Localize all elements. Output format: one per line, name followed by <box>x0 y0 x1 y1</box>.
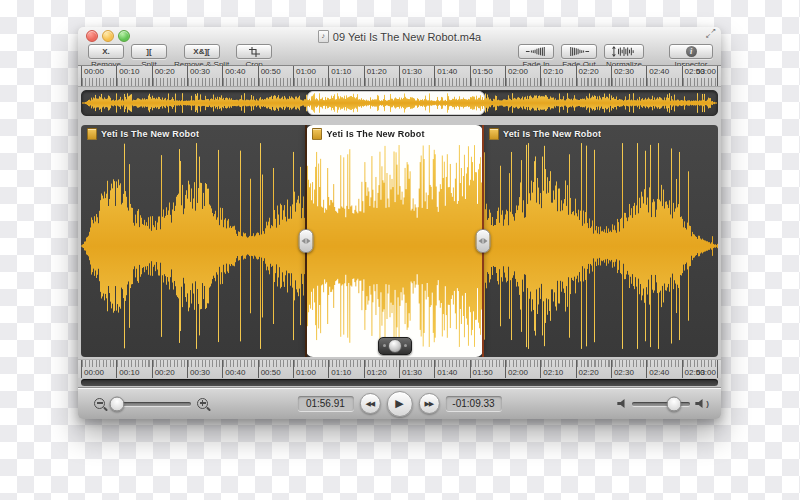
handle-left-arrow-icon <box>302 238 306 244</box>
toolbar: X. Remove ][ Split X&][ Remove & Split <box>78 43 721 66</box>
ruler-segment: 02:40 <box>646 360 681 378</box>
timeline-ruler-bottom[interactable]: 00:0000:1000:2000:3000:4000:5001:0001:10… <box>78 359 721 378</box>
overview-waveform <box>82 93 717 113</box>
ruler-segment: 00:10 <box>116 66 151 86</box>
close-button[interactable] <box>86 30 98 42</box>
ruler-segment: 00:00 <box>81 66 116 86</box>
rewind-button[interactable]: ◀◀ <box>359 393 380 414</box>
zoom-button[interactable] <box>118 30 130 42</box>
ruler-segment: 00:30 <box>187 360 222 378</box>
main-track: Yeti Is The New Robot Yeti Is The New Ro… <box>81 125 718 357</box>
fade-out-icon <box>568 46 590 57</box>
ruler-segment: 02:00 <box>505 360 540 378</box>
ruler-segment: 02:20 <box>576 360 611 378</box>
selection-handle-right[interactable] <box>475 229 490 253</box>
split-icon: ][ <box>146 47 151 56</box>
ruler-segment: 01:20 <box>364 66 399 86</box>
inspector-icon: i <box>686 46 697 57</box>
clip-section-1[interactable]: Yeti Is The New Robot <box>81 125 306 357</box>
ruler-segment: 00:40 <box>222 360 257 378</box>
fast-forward-icon: ▶▶ <box>424 400 433 408</box>
volume-slider[interactable] <box>632 402 690 406</box>
ruler-segment: 01:50 <box>470 360 505 378</box>
clip-section-2-selected[interactable]: Yeti Is The New Robot <box>306 125 482 357</box>
scroll-zone <box>78 378 721 387</box>
clip-1-title: Yeti Is The New Robot <box>101 129 199 139</box>
remove-icon: X. <box>102 47 110 56</box>
transparency-checkerboard: { "window": { "title": "09 Yeti Is The N… <box>0 0 800 500</box>
ruler-segment: 00:30 <box>187 66 222 86</box>
ruler-segment: 01:20 <box>364 360 399 378</box>
clip-3-header: Yeti Is The New Robot <box>483 125 718 141</box>
gain-ball-icon[interactable] <box>388 339 402 353</box>
clip-2-title: Yeti Is The New Robot <box>326 129 424 139</box>
audio-file-icon <box>489 128 499 140</box>
zoom-slider[interactable] <box>111 402 191 406</box>
clip-1-waveform[interactable] <box>81 141 306 351</box>
ruler-segment: 00:50 <box>258 66 293 86</box>
volume-low-icon[interactable] <box>617 399 627 408</box>
app-window: ♪ 09 Yeti Is The New Robot.m4a ↗ ↙ X. Re… <box>78 27 721 419</box>
waveform-overview[interactable] <box>81 90 718 116</box>
zoom-slider-knob[interactable] <box>110 396 125 411</box>
volume-high-wave-icon: ) <box>706 399 709 408</box>
ruler-segment: 02:10 <box>540 360 575 378</box>
rewind-icon: ◀◀ <box>365 400 374 408</box>
document-icon: ♪ <box>318 30 329 43</box>
ruler-segment: 00:20 <box>152 66 187 86</box>
minimize-button[interactable] <box>102 30 114 42</box>
ruler-segment: 00:20 <box>152 360 187 378</box>
ruler-segment: 01:00 <box>293 360 328 378</box>
fast-forward-button[interactable]: ▶▶ <box>418 393 439 414</box>
title-wrap: ♪ 09 Yeti Is The New Robot.m4a <box>318 30 481 43</box>
ruler-segment: 02:00 <box>505 66 540 86</box>
audio-file-icon <box>87 128 97 140</box>
ruler-segment: 01:40 <box>434 360 469 378</box>
fade-in-icon <box>525 46 547 57</box>
overview-zone <box>78 87 721 125</box>
crop-icon <box>249 47 260 57</box>
volume-high-icon[interactable] <box>695 399 705 408</box>
volume-slider-knob[interactable] <box>667 396 682 411</box>
selection-handle-left[interactable] <box>299 229 314 253</box>
handle-left-arrow-icon <box>478 238 482 244</box>
traffic-lights <box>86 30 130 42</box>
resize-icon[interactable]: ↗ ↙ <box>704 28 716 40</box>
elapsed-time-display: 01:56.91 <box>297 396 353 411</box>
handle-right-arrow-icon <box>307 238 311 244</box>
clip-2-waveform[interactable] <box>306 143 482 349</box>
ruler-segment: 02:40 <box>646 66 681 86</box>
remove-and-split-icon: X&][ <box>193 47 209 56</box>
window-title: 09 Yeti Is The New Robot.m4a <box>333 31 481 43</box>
ruler-segment: 00:00 <box>81 360 116 378</box>
clip-section-3[interactable]: Yeti Is The New Robot <box>483 125 718 357</box>
clip-3-title: Yeti Is The New Robot <box>503 129 601 139</box>
ruler-segment: 01:40 <box>434 66 469 86</box>
gain-dot-right <box>404 344 407 347</box>
remaining-time-display: -01:09.33 <box>445 396 501 411</box>
ruler-segment: 01:10 <box>328 66 363 86</box>
ruler-segment: 00:10 <box>116 360 151 378</box>
ruler-segment: 02:30 <box>611 66 646 86</box>
audio-file-icon <box>312 128 322 140</box>
ruler-segment: 02:20 <box>576 66 611 86</box>
playback-controls: 01:56.91 ◀◀ ▶ ▶▶ -01:09.33 <box>297 388 501 419</box>
volume-controls: ) <box>617 388 709 419</box>
zoom-controls <box>94 388 208 419</box>
transport-bar: 01:56.91 ◀◀ ▶ ▶▶ -01:09.33 ) <box>78 387 721 419</box>
timeline-ruler-top[interactable]: 00:0000:1000:2000:3000:4000:5001:0001:10… <box>78 66 721 87</box>
clip-1-header: Yeti Is The New Robot <box>81 125 306 141</box>
ruler-segment: 01:30 <box>399 66 434 86</box>
zoom-in-icon[interactable] <box>197 398 208 409</box>
clip-3-waveform[interactable] <box>483 141 718 351</box>
titlebar[interactable]: ♪ 09 Yeti Is The New Robot.m4a ↗ ↙ <box>78 27 721 43</box>
zoom-out-icon[interactable] <box>94 398 105 409</box>
horizontal-scrollbar[interactable] <box>81 379 718 386</box>
play-button[interactable]: ▶ <box>386 391 412 417</box>
play-icon: ▶ <box>395 397 403 410</box>
handle-right-arrow-icon <box>483 238 487 244</box>
main-zone: Yeti Is The New Robot Yeti Is The New Ro… <box>78 125 721 359</box>
ruler-segment: 01:30 <box>399 360 434 378</box>
ruler-segment: 02:10 <box>540 66 575 86</box>
clip-gain-control[interactable] <box>378 337 412 355</box>
